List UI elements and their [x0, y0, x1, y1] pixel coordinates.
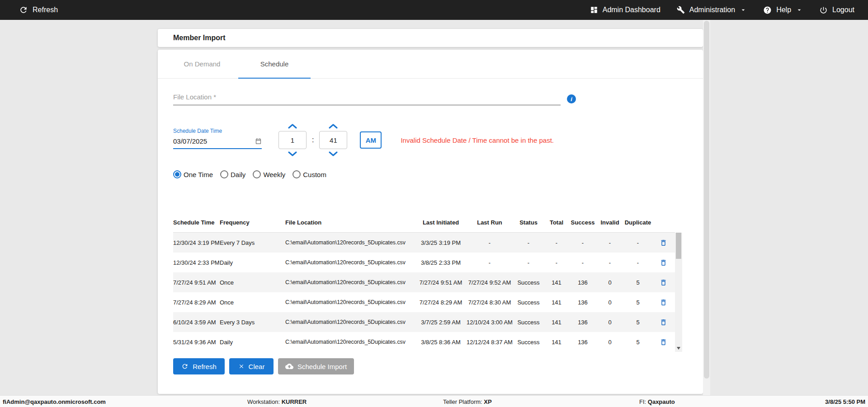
- nav-help[interactable]: Help: [763, 6, 803, 14]
- cell-schedule-time: 5/31/24 9:36 AM: [173, 339, 220, 346]
- status-bar: fiAdmin@qaxpauto.onmicrosoft.com Worksta…: [0, 395, 868, 407]
- footer-fi: FI: Qaxpauto: [639, 398, 675, 405]
- cell-last-initiated: 3/8/25 8:36 AM: [415, 339, 466, 346]
- nav-refresh[interactable]: Refresh: [19, 5, 58, 14]
- nav-logout[interactable]: Logout: [819, 6, 854, 14]
- table-scrollbar[interactable]: [675, 233, 682, 352]
- minute-increment-button[interactable]: [328, 123, 338, 129]
- info-icon[interactable]: [567, 94, 576, 103]
- cell-actions: [652, 318, 674, 327]
- cell-total: 141: [544, 299, 569, 306]
- trash-icon: [660, 259, 667, 267]
- clear-button[interactable]: Clear: [229, 358, 274, 374]
- table-row: 5/31/24 9:36 AM Daily C:\email\Automatio…: [173, 332, 675, 352]
- meridiem-toggle-button[interactable]: AM: [360, 131, 382, 149]
- nav-admin-dashboard[interactable]: Admin Dashboard: [590, 6, 660, 14]
- minute-spinner: 41: [319, 123, 347, 157]
- cell-file-location: C:\email\Automation\120records_5Dupicate…: [285, 339, 415, 345]
- fi-label: FI:: [639, 398, 646, 405]
- cell-schedule-time: 7/27/24 9:51 AM: [173, 279, 220, 286]
- table-scrollbar-thumb[interactable]: [676, 233, 681, 259]
- minute-decrement-button[interactable]: [328, 151, 338, 157]
- cell-duplicate: 5: [623, 339, 652, 346]
- cell-success: -: [569, 239, 596, 246]
- tab-schedule[interactable]: Schedule: [238, 50, 311, 78]
- header-schedule-time: Schedule Time: [173, 219, 220, 226]
- page-scrollbar[interactable]: [703, 20, 710, 396]
- footer-teller-platform: Teller Platform: XP: [443, 398, 492, 405]
- radio-custom[interactable]: Custom: [292, 170, 326, 178]
- wrench-icon: [677, 6, 685, 14]
- cell-frequency: Every 7 Days: [220, 239, 285, 246]
- page-title: Member Import: [173, 34, 226, 42]
- hour-decrement-button[interactable]: [288, 151, 297, 157]
- cell-total: -: [544, 259, 569, 266]
- chevron-down-icon: [740, 6, 747, 14]
- delete-row-button[interactable]: [659, 238, 668, 248]
- administration-label: Administration: [689, 6, 735, 14]
- main-content: Member Import On Demand Schedule File Lo…: [158, 29, 703, 394]
- header-last-run: Last Run: [466, 219, 513, 226]
- schedule-import-button[interactable]: Schedule Import: [278, 358, 354, 374]
- page-scrollbar-thumb[interactable]: [704, 21, 709, 379]
- radio-one-time-label: One Time: [184, 171, 213, 178]
- cell-status: Success: [513, 319, 544, 326]
- radio-custom-label: Custom: [303, 171, 326, 178]
- footer-datetime: 3/8/25 5:50 PM: [825, 398, 865, 405]
- teller-platform-label: Teller Platform:: [443, 398, 482, 405]
- cell-last-run: 7/27/24 8:30 AM: [466, 299, 513, 306]
- power-icon: [819, 6, 828, 14]
- help-label: Help: [776, 6, 791, 14]
- header-file-location: File Location: [285, 219, 415, 226]
- admin-dashboard-label: Admin Dashboard: [603, 6, 660, 14]
- radio-weekly[interactable]: Weekly: [253, 170, 285, 178]
- schedule-date-label: Schedule Date Time: [173, 128, 262, 134]
- delete-row-button[interactable]: [659, 258, 668, 267]
- delete-row-button[interactable]: [659, 298, 668, 307]
- logout-label: Logout: [832, 6, 854, 14]
- cell-last-run: 12/12/24 8:37 AM: [466, 339, 513, 346]
- cell-invalid: -: [596, 239, 623, 246]
- cell-file-location: C:\email\Automation\120records_5Dupicate…: [285, 279, 415, 285]
- cell-duplicate: 5: [623, 299, 652, 306]
- schedule-error-message: Invalid Schedule Date / Time cannot be i…: [401, 136, 554, 144]
- cell-frequency: Daily: [220, 339, 285, 346]
- delete-row-button[interactable]: [659, 278, 668, 287]
- file-location-input[interactable]: File Location *: [173, 93, 561, 105]
- cell-status: Success: [513, 299, 544, 306]
- header-status: Status: [513, 219, 544, 226]
- schedule-datetime-row: Schedule Date Time 03/07/2025 1 :: [173, 123, 688, 157]
- radio-weekly-label: Weekly: [263, 171, 285, 178]
- table-body: 12/30/24 3:19 PM Every 7 Days C:\email\A…: [173, 233, 682, 352]
- cell-invalid: 0: [596, 319, 623, 326]
- cell-actions: [652, 298, 674, 307]
- cell-frequency: Daily: [220, 259, 285, 266]
- refresh-button[interactable]: Refresh: [173, 358, 225, 374]
- delete-row-button[interactable]: [659, 318, 668, 327]
- trash-icon: [660, 318, 667, 326]
- tab-on-demand[interactable]: On Demand: [166, 50, 238, 78]
- date-input[interactable]: 03/07/2025: [173, 137, 262, 149]
- table-row: 12/30/24 2:33 PM Daily C:\email\Automati…: [173, 253, 675, 272]
- nav-administration[interactable]: Administration: [677, 6, 747, 14]
- delete-row-button[interactable]: [659, 337, 668, 347]
- cell-total: 141: [544, 279, 569, 286]
- member-import-card: On Demand Schedule File Location * Sched…: [158, 50, 703, 394]
- tab-on-demand-label: On Demand: [184, 60, 221, 68]
- cell-last-run: 12/10/24 3:00 AM: [466, 319, 513, 326]
- hour-increment-button[interactable]: [288, 123, 297, 129]
- fi-value: Qaxpauto: [648, 398, 675, 405]
- cell-last-initiated: 7/27/24 9:51 AM: [415, 279, 466, 286]
- trash-icon: [660, 299, 667, 306]
- cell-total: 141: [544, 339, 569, 346]
- scroll-down-arrow-icon[interactable]: [675, 345, 682, 352]
- schedule-date-field: Schedule Date Time 03/07/2025: [173, 128, 262, 149]
- hour-input[interactable]: 1: [278, 131, 307, 149]
- minute-input[interactable]: 41: [319, 131, 347, 149]
- radio-one-time[interactable]: One Time: [173, 170, 213, 178]
- table-header-row: Schedule Time Frequency File Location La…: [173, 213, 675, 233]
- schedules-table: Schedule Time Frequency File Location La…: [173, 213, 682, 352]
- radio-daily-label: Daily: [231, 171, 245, 178]
- radio-daily[interactable]: Daily: [220, 170, 245, 178]
- calendar-icon[interactable]: [255, 138, 262, 145]
